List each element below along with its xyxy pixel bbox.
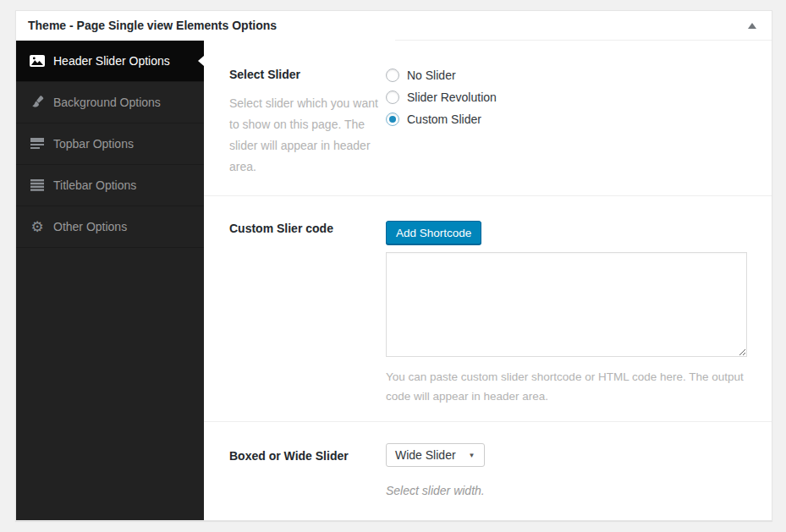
tab-panel-header-slider-options: Select Slider Select slider which you wa… — [204, 41, 772, 520]
sidebar-item-background-options[interactable]: Background Options — [16, 82, 204, 123]
sidebar-item-header-slider-options[interactable]: Header Slider Options — [16, 41, 204, 82]
select-slider-label: Select Slider — [229, 68, 300, 81]
radio-option-slider-revolution[interactable]: Slider Revolution — [386, 86, 497, 108]
radio-option-label: Custom Slider — [407, 112, 481, 126]
slider-radio-group: No Slider Slider Revolution Custom Slide… — [386, 64, 497, 130]
shortcode-description: You can paste custom slider shortcode or… — [386, 367, 768, 406]
sidebar-item-label: Other Options — [53, 220, 127, 233]
slider-width-description: Select slider width. — [386, 484, 485, 497]
section-divider — [204, 195, 772, 196]
options-tab-sidebar: Header Slider Options Background Options… — [16, 41, 204, 520]
radio-option-label: Slider Revolution — [407, 90, 497, 104]
topbar-icon — [29, 138, 46, 150]
slider-width-label: Boxed or Wide Slider — [229, 449, 349, 463]
sidebar-item-label: Background Options — [53, 96, 161, 109]
shortcode-textarea[interactable] — [386, 252, 747, 357]
add-shortcode-button[interactable]: Add Shortcode — [386, 221, 481, 244]
custom-slider-radio[interactable] — [386, 112, 399, 126]
brush-icon — [29, 96, 46, 109]
metabox-header: Theme - Page Single view Elements Option… — [16, 11, 772, 40]
custom-slider-code-label: Custom Slier code — [229, 222, 333, 235]
metabox-title: Theme - Page Single view Elements Option… — [28, 11, 277, 40]
sidebar-item-label: Titlebar Options — [53, 178, 136, 192]
collapse-toggle-button[interactable] — [739, 11, 765, 40]
chevron-down-icon: ▼ — [469, 452, 475, 459]
select-current-value: Wide Slider — [395, 448, 456, 462]
titlebar-icon — [29, 179, 46, 191]
sidebar-item-other-options[interactable]: ⚙ Other Options — [16, 206, 204, 248]
slider-revolution-radio[interactable] — [386, 90, 399, 104]
sidebar-item-topbar-options[interactable]: Topbar Options — [16, 123, 204, 165]
sidebar-item-titlebar-options[interactable]: Titlebar Options — [16, 165, 204, 206]
gear-icon: ⚙ — [29, 220, 46, 234]
slider-width-select[interactable]: Wide Slider ▼ — [386, 443, 485, 467]
no-slider-radio[interactable] — [386, 69, 399, 82]
select-slider-description: Select slider which you want to show on … — [229, 93, 380, 178]
section-divider — [204, 421, 772, 422]
image-icon — [29, 55, 46, 67]
radio-option-label: No Slider — [407, 69, 456, 82]
sidebar-item-label: Header Slider Options — [53, 54, 170, 68]
theme-options-metabox: Theme - Page Single view Elements Option… — [15, 10, 772, 521]
sidebar-item-label: Topbar Options — [53, 137, 134, 151]
triangle-up-icon — [748, 23, 756, 29]
radio-option-custom-slider[interactable]: Custom Slider — [386, 108, 497, 130]
radio-option-no-slider[interactable]: No Slider — [386, 64, 497, 86]
